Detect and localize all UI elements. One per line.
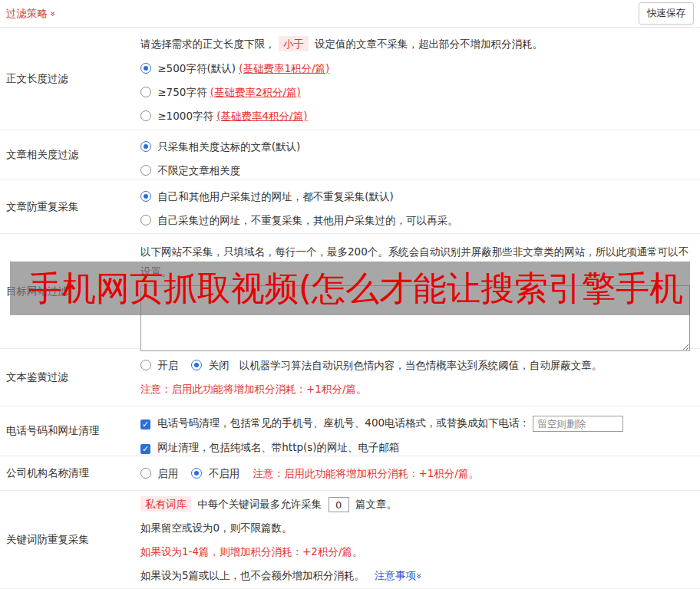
phone-url-cleanup-label: 电话号码和网址清理	[0, 406, 134, 456]
dedup-option-own-text: 自己采集过的网址，不重复采集，其他用户采集过的，可以再采。	[157, 214, 458, 226]
filter-strategy-page: 过滤策略 » 快速保存 正文长度过滤 请选择需求的正文长度下限， 小于 设定值的…	[0, 0, 700, 589]
content-length-filter-content: 请选择需求的正文长度下限， 小于 设定值的文章不采集，超出部分不增加积分消耗。 …	[134, 28, 700, 130]
radio-porn-off[interactable]	[191, 360, 202, 370]
notice-chevron-down-icon: »	[414, 573, 424, 578]
phone-url-cleanup-content: 电话号码清理，包括常见的手机号、座机号、400电话格式，或替换成如下电话： 网址…	[134, 406, 700, 456]
porn-filter-label: 文本鉴黄过滤	[0, 349, 134, 406]
keyword-rule-zero: 如果留空或设为0，则不限篇数。	[140, 519, 692, 536]
phone-cleanup-text: 电话号码清理，包括常见的手机号、座机号、400电话格式，或替换成如下电话：	[157, 416, 530, 429]
relevance-filter-label: 文章相关度过滤	[0, 130, 134, 179]
company-cleanup-content: 启用 不启用 注意：启用此功能将增加积分消耗：+1积分/篇。	[134, 456, 700, 490]
watermark-text: 手机网页抓取视频(怎么才能让搜索引擎手机	[28, 271, 683, 305]
dedup-option-global[interactable]: 自己和其他用户采集过的网址，都不重复采集(默认)	[140, 188, 692, 205]
row-keyword-dedup: 关键词防重复采集 私有词库 中每个关键词最多允许采集 篇文章。 如果留空或设为0…	[0, 491, 700, 589]
keyword-limit-end: 篇文章。	[355, 498, 397, 510]
relevance-option-any[interactable]: 不限定文章相关度	[140, 162, 692, 179]
relevance-option-any-text: 不限定文章相关度	[157, 164, 240, 176]
company-cleanup-options: 启用 不启用 注意：启用此功能将增加积分消耗：+1积分/篇。	[140, 465, 692, 482]
page-title-text: 过滤策略	[6, 7, 48, 21]
porn-filter-desc: 以机器学习算法自动识别色情内容，当色情概率达到系统阈值，自动屏蔽文章。	[239, 359, 603, 371]
radio-dedup-own[interactable]	[140, 215, 151, 225]
content-length-filter-label: 正文长度过滤	[0, 28, 134, 130]
less-than-highlight: 小于	[279, 36, 309, 51]
row-porn-filter: 文本鉴黄过滤 开启 关闭 以机器学习算法自动识别色情内容，当色情概率达到系统阈值…	[0, 349, 700, 406]
keyword-dedup-content: 私有词库 中每个关键词最多允许采集 篇文章。 如果留空或设为0，则不限篇数。 如…	[134, 491, 700, 588]
content-length-intro: 请选择需求的正文长度下限， 小于 设定值的文章不采集，超出部分不增加积分消耗。	[140, 35, 692, 52]
keyword-rule-1-4: 如果设为1-4篇，则增加积分消耗：+2积分/篇。	[140, 543, 692, 560]
url-cleanup-text: 网址清理，包括纯域名、带http(s)的网址、电子邮箱	[157, 441, 399, 453]
keyword-limit-mid: 中每个关键词最多允许采集	[197, 498, 322, 510]
fee-link-3[interactable]: (基础费率4积分/篇)	[216, 110, 307, 122]
radio-relevance-strict[interactable]	[140, 141, 151, 152]
intro-pre: 请选择需求的正文长度下限，	[140, 38, 276, 50]
keyword-limit-line: 私有词库 中每个关键词最多允许采集 篇文章。	[140, 495, 692, 512]
dedup-filter-label: 文章防重复采集	[0, 180, 134, 233]
length-option-750[interactable]: ≥750字符 (基础费率2积分/篇)	[140, 84, 692, 100]
watermark-overlay: 手机网页抓取视频(怎么才能让搜索引擎手机	[10, 262, 690, 315]
dedup-option-global-text: 自己和其他用户采集过的网址，都不重复采集(默认)	[157, 190, 394, 202]
company-off-text: 不启用	[209, 467, 240, 479]
keyword-limit-input[interactable]	[329, 497, 349, 512]
row-company-cleanup: 公司机构名称清理 启用 不启用 注意：启用此功能将增加积分消耗：+1积分/篇。	[0, 456, 700, 491]
row-phone-url-cleanup: 电话号码和网址清理 电话号码清理，包括常见的手机号、座机号、400电话格式，或替…	[0, 406, 700, 456]
fee-link-1[interactable]: (基础费率1积分/篇)	[239, 62, 329, 74]
url-cleanup-line: 网址清理，包括纯域名、带http(s)的网址、电子邮箱	[140, 439, 692, 456]
length-option-500[interactable]: ≥500字符(默认) (基础费率1积分/篇)	[140, 60, 692, 77]
phone-cleanup-line: 电话号码清理，包括常见的手机号、座机号、400电话格式，或替换成如下电话：	[140, 414, 692, 432]
radio-750-chars[interactable]	[140, 87, 151, 97]
porn-off-text: 关闭	[209, 359, 229, 371]
intro-post: 设定值的文章不采集，超出部分不增加积分消耗。	[315, 38, 543, 50]
radio-500-chars[interactable]	[140, 63, 151, 74]
private-lexicon-link[interactable]: 私有词库	[140, 496, 191, 512]
radio-dedup-global[interactable]	[140, 191, 151, 202]
replacement-phone-input[interactable]	[533, 416, 623, 432]
radio-company-on[interactable]	[140, 468, 151, 479]
length-option-1000[interactable]: ≥1000字符 (基础费率4积分/篇)	[140, 107, 692, 124]
page-title: 过滤策略 »	[6, 7, 55, 21]
porn-filter-options: 开启 关闭 以机器学习算法自动识别色情内容，当色情概率达到系统阈值，自动屏蔽文章…	[140, 357, 692, 373]
porn-filter-content: 开启 关闭 以机器学习算法自动识别色情内容，当色情概率达到系统阈值，自动屏蔽文章…	[134, 349, 700, 406]
row-relevance-filter: 文章相关度过滤 只采集相关度达标的文章(默认) 不限定文章相关度	[0, 130, 700, 180]
length-option-500-text: ≥500字符(默认)	[157, 62, 236, 74]
porn-on-text: 开启	[157, 359, 178, 371]
radio-porn-on[interactable]	[140, 360, 151, 370]
relevance-option-strict-text: 只采集相关度达标的文章(默认)	[157, 140, 300, 153]
company-cleanup-label: 公司机构名称清理	[0, 456, 134, 490]
keyword-dedup-label: 关键词防重复采集	[0, 491, 134, 588]
relevance-filter-content: 只采集相关度达标的文章(默认) 不限定文章相关度	[134, 130, 700, 179]
row-dedup-filter: 文章防重复采集 自己和其他用户采集过的网址，都不重复采集(默认) 自己采集过的网…	[0, 180, 700, 234]
radio-relevance-any[interactable]	[140, 165, 151, 176]
company-on-text: 启用	[157, 467, 178, 479]
dedup-option-own[interactable]: 自己采集过的网址，不重复采集，其他用户采集过的，可以再采。	[140, 212, 692, 229]
row-content-length-filter: 正文长度过滤 请选择需求的正文长度下限， 小于 设定值的文章不采集，超出部分不增…	[0, 28, 700, 130]
keyword-rule-5plus: 如果设为5篇或以上，也不会额外增加积分消耗。 注意事项»	[140, 567, 692, 584]
checkbox-phone-cleanup[interactable]	[140, 420, 150, 429]
chevron-down-icon: »	[48, 11, 58, 16]
relevance-option-strict[interactable]: 只采集相关度达标的文章(默认)	[140, 138, 692, 155]
radio-1000-chars[interactable]	[140, 110, 151, 121]
company-cleanup-note: 注意：启用此功能将增加积分消耗：+1积分/篇。	[253, 467, 478, 479]
porn-filter-note: 注意：启用此功能将增加积分消耗：+1积分/篇。	[140, 380, 692, 397]
length-option-750-text: ≥750字符	[157, 86, 206, 98]
fee-link-2[interactable]: (基础费率2积分/篇)	[210, 86, 301, 98]
quick-save-button[interactable]: 快速保存	[639, 2, 694, 25]
radio-company-off[interactable]	[191, 468, 202, 479]
notice-link[interactable]: 注意事项»	[375, 569, 421, 581]
keyword-rule-5plus-text: 如果设为5篇或以上，也不会额外增加积分消耗。	[140, 569, 365, 581]
length-option-1000-text: ≥1000字符	[157, 110, 213, 122]
checkbox-url-cleanup[interactable]	[140, 444, 150, 454]
top-bar: 过滤策略 » 快速保存	[0, 0, 700, 28]
dedup-filter-content: 自己和其他用户采集过的网址，都不重复采集(默认) 自己采集过的网址，不重复采集，…	[134, 180, 700, 233]
